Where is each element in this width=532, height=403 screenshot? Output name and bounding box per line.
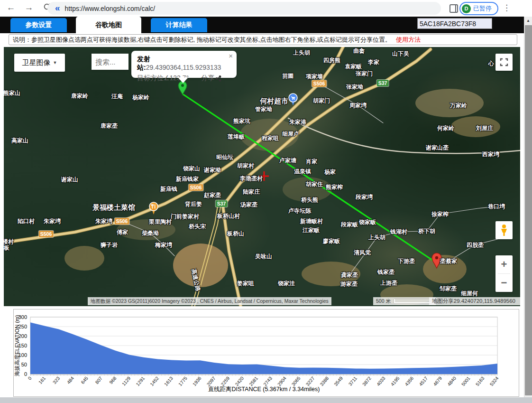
tab-google-map[interactable]: 谷歌地图 [76,17,141,33]
scale-label: 500 米 [376,298,391,305]
map-attribution: 地图数据 ©2023 GS(2011)6020 Imagery ©2023 , … [88,297,331,305]
scrollbar-corner [524,397,532,403]
svg-text:3065: 3065 [291,375,302,387]
browser-toolbar: ← → « https://www.elongshi.com/calc/ D 已… [0,0,532,17]
svg-text:3872: 3872 [361,375,372,387]
elevation-chart: 0501001502002503000161323484645807968112… [14,309,519,396]
instruction-bar: 说明：参照卫星图像点选两点可获得海拔数据,右键点击可删除标记, 拖动标记可改变其… [9,34,517,45]
svg-text:0: 0 [24,371,27,377]
svg-text:4033: 4033 [376,375,386,387]
profile-status-label: 已暂停 [473,4,492,13]
back-icon[interactable]: ← [5,2,17,13]
svg-text:1291: 1291 [135,375,146,387]
side-panel-icon[interactable] [449,4,458,13]
svg-text:2420: 2420 [234,375,245,387]
scrollbar-thumb[interactable] [525,25,532,395]
tab-parameters[interactable]: 参数设置 [10,18,67,32]
vertical-scrollbar[interactable]: ▲ [524,17,532,397]
restaurant-poi-icon[interactable] [149,202,158,215]
street-view-pegman[interactable] [495,221,513,239]
svg-text:3227: 3227 [305,375,316,387]
url-text[interactable]: https://www.elongshi.com/calc/ [65,5,156,12]
svg-text:5324: 5324 [489,375,500,387]
svg-text:0: 0 [27,375,33,381]
tab-results[interactable]: 计算结果 [151,18,207,32]
pegman-icon [499,224,509,236]
svg-text:645: 645 [80,375,89,385]
avatar: D [462,4,471,13]
link-path-line [183,94,437,263]
svg-text:2097: 2097 [206,375,217,387]
map-bottom-bar: 地图数据 ©2023 GS(2011)6020 Imagery ©2023 , … [4,297,520,305]
map-type-label: 卫星图像 [22,58,51,67]
svg-text:4840: 4840 [446,375,457,387]
svg-text:3388: 3388 [319,375,330,387]
popup-tail [178,77,188,83]
application-window: ← → « https://www.elongshi.com/calc/ D 已… [0,0,532,403]
scale-bar-icon [394,299,433,303]
tab-bar: 参数设置 谷歌地图 计算结果 [0,17,524,33]
browser-menu-icon[interactable]: ⋮ [503,3,511,13]
svg-text:968: 968 [108,375,117,385]
svg-text:1129: 1129 [121,375,132,387]
svg-text:4517: 4517 [418,375,429,387]
station-coords-line: 发射站:29.4390364,115.9293133 [137,55,231,72]
site-favicon-icon: « [55,3,60,13]
url-bar[interactable]: « https://www.elongshi.com/calc/ [47,2,441,15]
svg-text:5001: 5001 [460,375,471,387]
map-center-crosshair-icon [259,171,269,181]
share-icon [215,75,221,82]
session-code-input[interactable] [417,18,492,29]
map-vector-overlay [4,47,520,306]
svg-text:1452: 1452 [149,375,160,387]
svg-text:323: 323 [52,375,61,385]
zoom-out-button[interactable]: − [495,274,513,292]
svg-text:2904: 2904 [276,375,287,387]
svg-text:1936: 1936 [192,375,202,387]
svg-text:161: 161 [37,375,46,385]
svg-text:海拔高度ELEVATION (m): 海拔高度ELEVATION (m) [14,315,20,376]
profile-button[interactable]: D 已暂停 [459,2,498,15]
horizontal-scrollbar[interactable] [0,397,524,403]
fullscreen-button[interactable] [495,54,513,71]
map-share-coords[interactable]: 地图分享29.4240720,115.9489560 [429,297,520,305]
svg-text:1613: 1613 [163,375,174,387]
elevation-chart-panel: 0501001502002503000161323484645807968112… [13,309,519,397]
svg-text:50: 50 [21,362,27,367]
map-scale: 500 米 [373,297,436,305]
map-type-dropdown[interactable]: 卫星图像 ▼ [14,54,65,72]
zoom-control: + − [495,255,513,292]
svg-text:4356: 4356 [404,375,415,387]
svg-text:2259: 2259 [220,375,231,387]
usage-help-link[interactable]: 使用方法 [396,36,421,44]
svg-text:2581: 2581 [248,375,259,387]
svg-text:5163: 5163 [475,375,486,387]
start-marker[interactable] [178,81,187,95]
svg-text:4679: 4679 [432,375,443,387]
satellite-map[interactable]: 熊家山唐家岭汪庵杨家岭唐家垄高家山谢家山上头胡曲畲苗圃四房熊袁家畈李家山下吴张家… [4,47,520,306]
map-search-input[interactable] [92,54,128,70]
close-icon[interactable]: × [229,52,233,60]
svg-text:2743: 2743 [262,375,273,387]
svg-text:3549: 3549 [333,375,344,387]
station-info-popup: 发射站:29.4390364,115.9293133 目标方位∠123.7° 分… [131,51,237,78]
station-coords: 29.4390364,115.9293133 [146,64,221,71]
svg-text:484: 484 [66,375,75,385]
svg-text:3711: 3711 [348,375,358,387]
svg-text:1775: 1775 [177,375,188,387]
share-label: 分享 [201,74,214,83]
svg-text:直线距离DISTANCE (5.367km / 3.34mi: 直线距离DISTANCE (5.367km / 3.34miles) [208,386,320,393]
svg-text:807: 807 [94,375,103,385]
zoom-in-button[interactable]: + [495,255,513,273]
chevron-down-icon: ▼ [53,60,57,65]
fullscreen-icon [495,54,513,71]
share-link[interactable]: 分享 [201,74,221,83]
instruction-text: 说明：参照卫星图像点选两点可获得海拔数据,右键点击可删除标记, 拖动标记可改变其… [13,36,391,44]
forward-icon[interactable]: → [23,2,35,13]
svg-text:4195: 4195 [390,375,401,387]
scroll-up-icon[interactable]: ▲ [524,17,532,24]
